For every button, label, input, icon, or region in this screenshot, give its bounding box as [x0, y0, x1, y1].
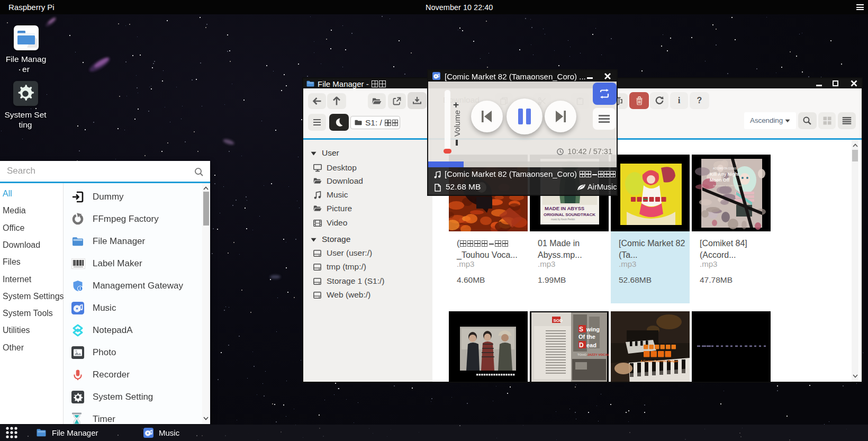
svg-text:Moon Off: Moon Off: [710, 177, 729, 183]
svg-text:Jazz remixes of TOHO project: Jazz remixes of TOHO project: [713, 184, 742, 187]
svg-text:A Certain Scientific Railgun: A Certain Scientific Railgun: [640, 359, 679, 363]
svg-text:S: S: [579, 326, 583, 333]
svg-text:wing: wing: [586, 326, 600, 332]
svg-text:ACCORD ON CODES: ACCORD ON CODES: [713, 167, 737, 170]
svg-text:MADE IN ABYSS: MADE IN ABYSS: [545, 205, 584, 211]
svg-text:TOHO JAZZY VOCAL: TOHO JAZZY VOCAL: [577, 353, 609, 356]
svg-text:Kill Any Night: Kill Any Night: [710, 172, 739, 177]
svg-text:Of the: Of the: [578, 334, 595, 340]
svg-text:ORIGINAL SOUNDTRACK: ORIGINAL SOUNDTRACK: [544, 212, 595, 217]
svg-text:D: D: [579, 341, 584, 349]
svg-text:SOD: SOD: [554, 318, 563, 323]
svg-text:ead: ead: [586, 342, 596, 348]
svg-text:music by Kevin Penkin: music by Kevin Penkin: [551, 218, 575, 221]
